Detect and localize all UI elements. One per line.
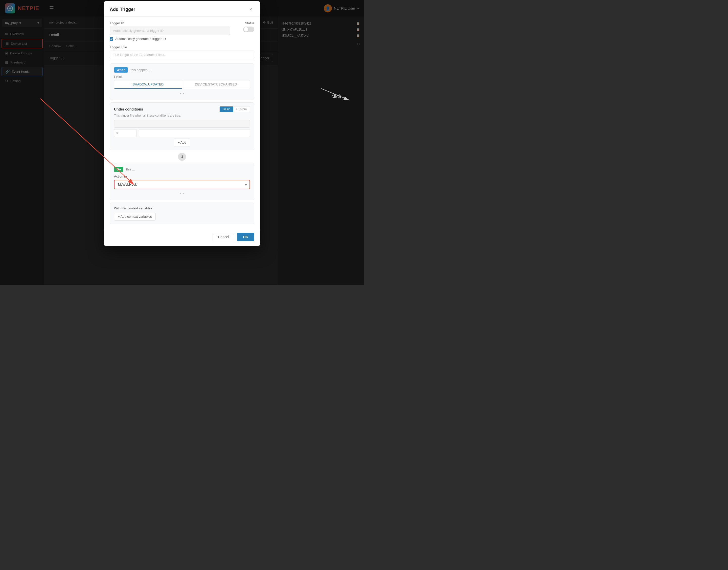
- trigger-id-section: Trigger ID Automatically generate a trig…: [110, 21, 254, 41]
- when-subtitle: this happen ...: [131, 68, 151, 72]
- when-section: When this happen ... Event SHADOW.UPDATE…: [110, 63, 254, 100]
- conditions-section: Under conditions Basic Custom This trigg…: [110, 102, 254, 150]
- when-expand-icon[interactable]: ⌄⌄: [114, 90, 250, 94]
- trigger-title-input[interactable]: [110, 51, 254, 59]
- trigger-title-section: Trigger Title: [110, 45, 254, 59]
- event-label: Event: [114, 75, 250, 79]
- action-select[interactable]: MyWebHook: [114, 180, 250, 189]
- condition-input-row: [114, 120, 250, 128]
- do-subtitle: this ...: [126, 168, 135, 171]
- event-tab-shadow-updated[interactable]: SHADOW.UPDATED: [114, 80, 182, 89]
- ok-button[interactable]: OK: [237, 233, 254, 241]
- conditions-header: Under conditions Basic Custom: [114, 106, 250, 112]
- add-condition-button[interactable]: + Add: [174, 138, 190, 147]
- add-context-button[interactable]: + Add context variables: [114, 213, 156, 221]
- trigger-id-input[interactable]: [110, 27, 230, 35]
- auto-generate-label: Automatically generate a trigger ID: [115, 37, 166, 41]
- basic-tab[interactable]: Basic: [220, 106, 233, 112]
- condition-input-row-2: ▾: [114, 129, 250, 137]
- modal-footer: Cancel OK: [104, 229, 260, 246]
- status-group: Status: [234, 21, 254, 32]
- conditions-title: Under conditions: [114, 107, 143, 111]
- conditions-desc: This trigger fire when all these conditi…: [114, 114, 250, 117]
- do-section: Do this ... Action to MyWebHook ▾ ⌄⌄: [110, 163, 254, 200]
- trigger-title-label: Trigger Title: [110, 45, 254, 49]
- modal-title: Add Trigger: [110, 7, 135, 12]
- cancel-button[interactable]: Cancel: [213, 233, 234, 241]
- do-expand-icon[interactable]: ⌄⌄: [114, 191, 250, 195]
- context-title: With this context variables: [114, 206, 250, 210]
- condition-value-field[interactable]: [139, 129, 250, 137]
- auto-generate-checkbox[interactable]: [110, 37, 113, 41]
- trigger-id-row: Trigger ID Automatically generate a trig…: [110, 21, 254, 41]
- modal-body: Trigger ID Automatically generate a trig…: [104, 17, 260, 229]
- do-header: Do this ...: [114, 167, 250, 172]
- custom-tab[interactable]: Custom: [233, 106, 250, 112]
- action-label: Action to: [114, 175, 250, 178]
- event-tabs: SHADOW.UPDATED DEVICE.STATUSCHANGED: [114, 80, 250, 89]
- context-section: With this context variables + Add contex…: [110, 203, 254, 224]
- arrow-down-circle: ⬇: [178, 153, 186, 161]
- basic-custom-tabs: Basic Custom: [220, 106, 250, 112]
- do-badge: Do: [114, 167, 123, 172]
- modal-header: Add Trigger ×: [104, 1, 260, 17]
- condition-field-1[interactable]: [114, 120, 250, 128]
- trigger-id-label: Trigger ID: [110, 21, 230, 25]
- add-trigger-modal: Add Trigger × Trigger ID Automatically g…: [104, 1, 260, 246]
- modal-close-button[interactable]: ×: [247, 6, 254, 13]
- action-select-wrapper: MyWebHook ▾: [114, 180, 250, 189]
- auto-generate-row: Automatically generate a trigger ID: [110, 37, 230, 41]
- condition-operator-select[interactable]: ▾: [114, 129, 137, 137]
- trigger-id-group: Trigger ID Automatically generate a trig…: [110, 21, 230, 41]
- status-toggle[interactable]: [243, 27, 254, 32]
- when-badge: When: [114, 67, 128, 72]
- event-tab-device-status[interactable]: DEVICE.STATUSCHANGED: [182, 80, 250, 89]
- when-header: When this happen ...: [114, 67, 250, 72]
- status-label: Status: [245, 21, 254, 25]
